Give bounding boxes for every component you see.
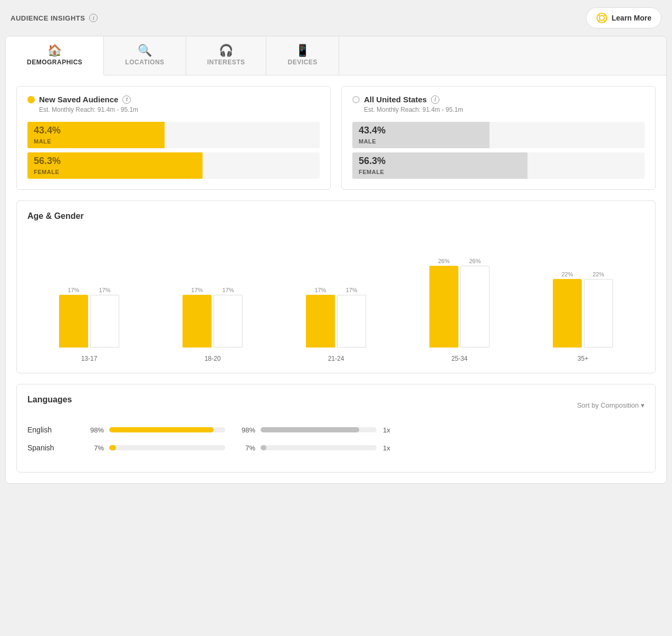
male-bar-container-left: 43.4% MALE bbox=[27, 122, 320, 148]
audience-name-left: New Saved Audience bbox=[39, 95, 118, 104]
audience-header-right: All United States i bbox=[352, 95, 645, 104]
audience-info-icon-right[interactable]: i bbox=[431, 95, 439, 104]
lang-bar-track-left-0 bbox=[109, 427, 225, 432]
lang-multiplier-1: 1x bbox=[383, 444, 399, 452]
male-bar-row-right: 43.4% MALE bbox=[352, 122, 645, 148]
age-gender-section: Age & Gender 17%17%17%17%17%17%26%26%22%… bbox=[16, 200, 656, 373]
tab-bar: 🏠 DEMOGRAPHICS 🔍 LOCATIONS 🎧 INTERESTS 📱… bbox=[6, 36, 666, 75]
female-pct-label-25-34: 26% bbox=[469, 258, 481, 264]
header-info-icon[interactable]: i bbox=[89, 14, 98, 22]
female-pct-label-18-20: 17% bbox=[222, 287, 234, 293]
lang-pct-right-0: 98% bbox=[232, 426, 255, 434]
header-left: AUDIENCE INSIGHTS i bbox=[11, 14, 98, 22]
age-labels-row: 13-1718-2021-2425-3435+ bbox=[27, 351, 645, 362]
female-chart-bar-35+ bbox=[584, 279, 613, 348]
male-bar-wrapper-25-34: 26% bbox=[429, 258, 458, 348]
male-bar-content-right: 43.4% MALE bbox=[359, 125, 386, 146]
sort-by-dropdown[interactable]: Sort by Composition ▾ bbox=[577, 401, 645, 409]
audience-dot-empty bbox=[352, 96, 360, 103]
learn-more-button[interactable]: Learn More bbox=[586, 7, 661, 28]
bars-pair-35+: 22%22% bbox=[553, 242, 613, 348]
male-bar-fill-right: 43.4% MALE bbox=[352, 122, 489, 148]
female-pct-right: 56.3% bbox=[359, 156, 386, 167]
tab-devices-label: DEVICES bbox=[287, 59, 317, 66]
gender-bars-left: 43.4% MALE 56.3% FEMALE bbox=[27, 122, 320, 179]
female-chart-bar-21-24 bbox=[337, 295, 366, 348]
svg-line-4 bbox=[598, 20, 600, 21]
age-group-25-34: 26%26% bbox=[398, 242, 521, 348]
female-chart-bar-25-34 bbox=[460, 266, 489, 348]
learn-more-label: Learn More bbox=[612, 14, 651, 22]
female-bar-container-right: 56.3% FEMALE bbox=[352, 152, 645, 179]
devices-icon: 📱 bbox=[295, 45, 310, 56]
age-group-13-17: 17%17% bbox=[27, 242, 151, 348]
languages-title: Languages bbox=[27, 395, 72, 404]
svg-line-3 bbox=[603, 15, 605, 16]
female-label-left: FEMALE bbox=[34, 169, 59, 175]
languages-section: Languages Sort by Composition ▾ English … bbox=[16, 384, 656, 473]
tab-demographics[interactable]: 🏠 DEMOGRAPHICS bbox=[6, 36, 104, 75]
female-pct-label-21-24: 17% bbox=[345, 287, 357, 293]
lifebuoy-icon bbox=[596, 12, 608, 24]
main-content: 🏠 DEMOGRAPHICS 🔍 LOCATIONS 🎧 INTERESTS 📱… bbox=[5, 36, 667, 484]
gender-bars-right: 43.4% MALE 56.3% FEMALE bbox=[352, 122, 645, 179]
lang-bar-fill-left-1 bbox=[109, 445, 116, 450]
content-area: New Saved Audience t Est. Monthly Reach:… bbox=[6, 75, 666, 483]
tab-interests-label: INTERESTS bbox=[207, 59, 245, 66]
lang-bar-track-right-0 bbox=[261, 427, 377, 432]
male-bar-wrapper-21-24: 17% bbox=[306, 287, 335, 348]
male-pct-left: 43.4% bbox=[34, 125, 61, 136]
female-bar-wrapper-13-17: 17% bbox=[90, 287, 119, 348]
audience-card-right: All United States i Est. Monthly Reach: … bbox=[341, 86, 656, 190]
male-bar-content-left: 43.4% MALE bbox=[34, 125, 61, 146]
male-chart-bar-25-34 bbox=[429, 266, 458, 348]
languages-list: English 98% 98% 1x Spanish 7% 7% 1x bbox=[27, 426, 645, 452]
lang-pct-left-0: 98% bbox=[80, 426, 104, 434]
male-bar-fill-left: 43.4% MALE bbox=[27, 122, 165, 148]
female-bar-container-left: 56.3% FEMALE bbox=[27, 152, 320, 179]
tab-locations-label: LOCATIONS bbox=[125, 59, 164, 66]
female-pct-left: 56.3% bbox=[34, 156, 61, 167]
female-bar-fill-left: 56.3% FEMALE bbox=[27, 152, 203, 179]
male-chart-bar-35+ bbox=[553, 279, 582, 348]
male-pct-label-13-17: 17% bbox=[68, 287, 79, 293]
tab-locations[interactable]: 🔍 LOCATIONS bbox=[104, 36, 186, 75]
female-bar-wrapper-18-20: 17% bbox=[214, 287, 243, 348]
female-bar-wrapper-25-34: 26% bbox=[460, 258, 489, 348]
lang-bar-fill-right-0 bbox=[261, 427, 359, 432]
male-chart-bar-21-24 bbox=[306, 295, 335, 348]
male-bar-row-left: 43.4% MALE bbox=[27, 122, 320, 148]
female-label-right: FEMALE bbox=[359, 169, 384, 175]
female-bar-content-left: 56.3% FEMALE bbox=[34, 156, 61, 176]
language-row-0: English 98% 98% 1x bbox=[27, 426, 645, 434]
female-chart-bar-18-20 bbox=[214, 295, 243, 348]
lang-bar-track-right-1 bbox=[261, 445, 377, 450]
tab-devices[interactable]: 📱 DEVICES bbox=[266, 36, 339, 75]
female-bar-content-right: 56.3% FEMALE bbox=[359, 156, 386, 176]
chart-area: 17%17%17%17%17%17%26%26%22%22% bbox=[27, 232, 645, 348]
lang-bar-track-left-1 bbox=[109, 445, 225, 450]
male-bar-container-right: 43.4% MALE bbox=[352, 122, 645, 148]
audience-info-icon-left[interactable]: t bbox=[122, 95, 131, 104]
male-pct-label-18-20: 17% bbox=[191, 287, 203, 293]
female-bar-row-right: 56.3% FEMALE bbox=[352, 152, 645, 179]
age-gender-title: Age & Gender bbox=[27, 211, 645, 221]
age-axis-label-21-24: 21-24 bbox=[274, 351, 398, 362]
chevron-down-icon: ▾ bbox=[641, 401, 645, 409]
lang-pct-right-1: 7% bbox=[232, 444, 255, 452]
lang-multiplier-0: 1x bbox=[383, 426, 399, 434]
age-axis-label-18-20: 18-20 bbox=[151, 351, 274, 362]
male-pct-right: 43.4% bbox=[359, 125, 386, 136]
lang-pct-left-1: 7% bbox=[80, 444, 104, 452]
lang-name-0: English bbox=[27, 426, 80, 434]
audience-card-left: New Saved Audience t Est. Monthly Reach:… bbox=[16, 86, 331, 190]
lang-bar-fill-right-1 bbox=[261, 445, 266, 450]
female-pct-label-13-17: 17% bbox=[99, 287, 110, 293]
bars-pair-21-24: 17%17% bbox=[306, 242, 366, 348]
male-pct-label-35+: 22% bbox=[561, 271, 573, 277]
female-bar-wrapper-21-24: 17% bbox=[337, 287, 366, 348]
languages-header: Languages Sort by Composition ▾ bbox=[27, 395, 645, 415]
male-pct-label-25-34: 26% bbox=[438, 258, 449, 264]
tab-interests[interactable]: 🎧 INTERESTS bbox=[186, 36, 267, 75]
language-row-1: Spanish 7% 7% 1x bbox=[27, 444, 645, 452]
